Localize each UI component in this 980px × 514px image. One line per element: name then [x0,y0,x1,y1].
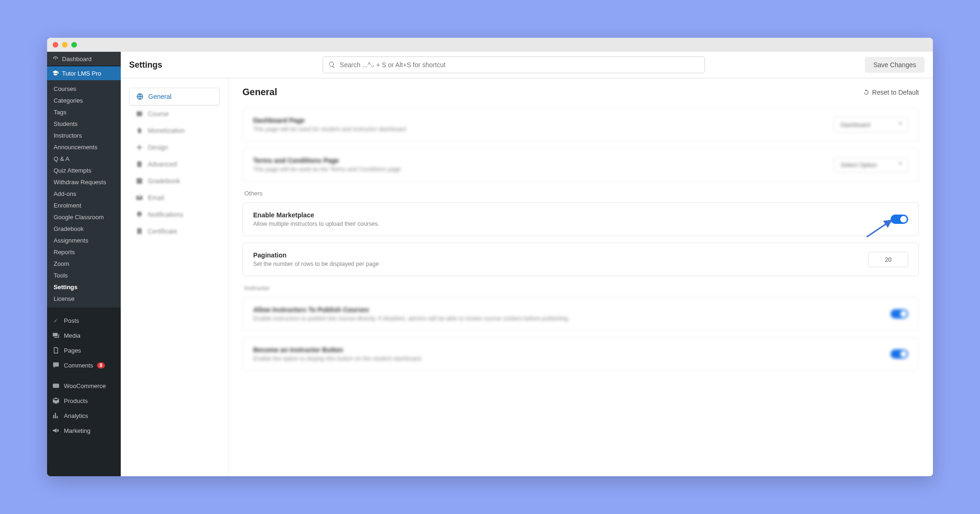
tab-icon [136,160,143,168]
card-pagination: Pagination Set the number of rows to be … [242,243,919,276]
sidebar-sub-settings[interactable]: Settings [47,281,121,293]
tab-course[interactable]: Course [129,105,220,122]
sidebar-label: Posts [64,317,79,324]
sidebar-sub-gradebook[interactable]: Gradebook [47,223,121,235]
sidebar-item-marketing[interactable]: Marketing [47,423,121,438]
tab-label: Design [148,144,168,151]
content-area: Settings Save Changes GeneralCourseMonet… [121,52,933,476]
sidebar-sub-tags[interactable]: Tags [47,106,121,118]
tab-icon [136,144,143,151]
sidebar-sub-quiz-attempts[interactable]: Quiz Attempts [47,165,121,176]
sidebar-item-products[interactable]: Products [47,393,121,408]
sidebar-sub-q-a[interactable]: Q & A [47,153,121,165]
tab-email[interactable]: Email [129,189,220,206]
reset-label: Reset to Default [872,89,919,96]
tab-certificate[interactable]: Certificate [129,223,220,240]
card-title: Enable Marketplace [253,211,380,219]
main-header: General Reset to Default [242,87,919,97]
tab-icon [136,127,143,134]
tab-monetization[interactable]: Monetization [129,122,220,139]
card-desc: This page will be used as the Terms and … [253,166,401,173]
search-input[interactable] [323,56,705,73]
tab-gradebook[interactable]: Gradebook [129,173,220,189]
allow-publish-toggle[interactable] [890,309,908,319]
sidebar-label: Products [64,397,88,404]
save-button[interactable]: Save Changes [865,57,925,73]
card-text: Allow Instructors To Publish Courses Ena… [253,306,570,322]
sidebar-item-analytics[interactable]: Analytics [47,408,121,423]
sidebar-sub-google-classroom[interactable]: Google Classroom [47,211,121,223]
sidebar-sub-categories[interactable]: Categories [47,95,121,106]
tab-label: Email [148,194,164,201]
search-icon [328,61,336,69]
pagination-input[interactable] [868,252,908,267]
reset-to-default-button[interactable]: Reset to Default [863,89,919,96]
sidebar-item-dashboard[interactable]: Dashboard [47,52,121,66]
sidebar-item-media[interactable]: Media [47,328,121,343]
sidebar-sub-withdraw-requests[interactable]: Withdraw Requests [47,176,121,188]
card-title: Become an Instructor Button [253,346,422,354]
sidebar-sub-students[interactable]: Students [47,118,121,130]
tab-design[interactable]: Design [129,139,220,156]
sidebar-sub-add-ons[interactable]: Add-ons [47,188,121,200]
sidebar-item-tutor-lms[interactable]: Tutor LMS Pro [47,66,121,80]
settings-main: General Reset to Default Dashboard Page … [228,78,933,476]
sidebar-sub-zoom[interactable]: Zoom [47,258,121,270]
sidebar-item-woocommerce[interactable]: WooCommerce [47,378,121,393]
tab-label: Advanced [148,160,177,168]
marketplace-toggle[interactable] [890,215,908,224]
tab-icon [136,177,143,185]
card-enable-marketplace: Enable Marketplace Allow multiple instru… [242,202,919,236]
svg-rect-2 [137,111,142,116]
settings-topbar: Settings Save Changes [121,52,933,78]
card-desc: Set the number of rows to be displayed p… [253,261,379,267]
svg-point-3 [138,146,140,148]
tab-label: General [148,93,172,100]
sidebar-sub-announcements[interactable]: Announcements [47,141,121,153]
tab-notifications[interactable]: Notifications [129,206,220,223]
sidebar-main-menu: PostsMediaPagesComments8WooCommerceProdu… [47,313,121,438]
card-desc: Enable the option to display this button… [253,355,422,362]
dashboard-page-select[interactable]: Dashboard [834,117,908,132]
card-title: Pagination [253,251,379,259]
terms-page-select[interactable]: Select Option [834,157,908,173]
sidebar-item-pages[interactable]: Pages [47,343,121,358]
sidebar-item-comments[interactable]: Comments8 [47,358,121,373]
tab-label: Course [148,110,169,118]
tab-icon [136,194,143,201]
sidebar-label: Comments [64,362,93,369]
sidebar-sub-assignments[interactable]: Assignments [47,235,121,246]
media-icon [52,331,60,340]
sidebar-sub-reports[interactable]: Reports [47,246,121,258]
page-icon [52,346,60,354]
gauge-icon [52,55,59,63]
sidebar-label: Dashboard [62,56,92,63]
admin-sidebar: Dashboard Tutor LMS Pro CoursesCategorie… [47,52,121,476]
sidebar-sub-enrolment[interactable]: Enrolment [47,200,121,211]
sidebar-sub-instructors[interactable]: Instructors [47,130,121,141]
close-window-icon[interactable] [53,42,58,48]
tab-icon [136,110,143,118]
box-icon [52,396,60,405]
sidebar-label: Tutor LMS Pro [62,70,101,77]
card-terms-page: Terms and Conditions Page This page will… [242,148,919,181]
tab-advanced[interactable]: Advanced [129,156,220,173]
tab-general[interactable]: General [129,88,220,105]
chart-icon [52,411,60,420]
sidebar-sub-license[interactable]: License [47,293,121,305]
card-desc: This page will be used for student and i… [253,126,406,132]
sidebar-sub-courses[interactable]: Courses [47,83,121,95]
card-text: Enable Marketplace Allow multiple instru… [253,211,380,227]
refresh-icon [863,89,870,96]
section-label-others: Others [244,190,919,197]
section-title: General [242,87,277,97]
horn-icon [52,426,60,435]
minimize-window-icon[interactable] [62,42,68,48]
tab-label: Gradebook [148,177,180,185]
maximize-window-icon[interactable] [71,42,77,48]
become-instructor-toggle[interactable] [890,349,908,359]
card-allow-publish: Allow Instructors To Publish Courses Ena… [242,297,919,331]
tab-icon [136,211,143,218]
sidebar-sub-tools[interactable]: Tools [47,270,121,281]
sidebar-item-posts[interactable]: Posts [47,313,121,328]
